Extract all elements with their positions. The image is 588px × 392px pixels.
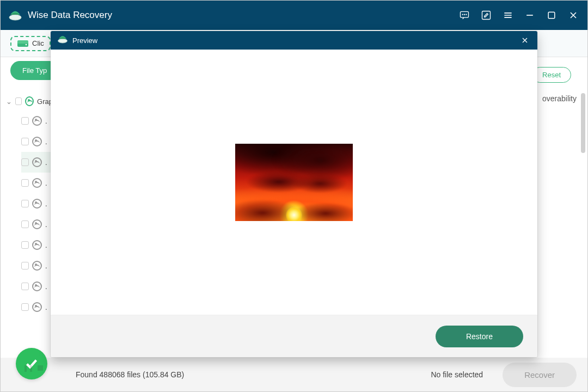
image-type-icon xyxy=(32,302,42,312)
app-logo-icon xyxy=(8,10,22,21)
restore-button[interactable]: Restore xyxy=(436,326,523,347)
maximize-icon[interactable] xyxy=(545,9,558,22)
tree-child-label: . xyxy=(45,200,47,208)
file-type-label: File Typ xyxy=(22,66,47,75)
edit-icon[interactable] xyxy=(480,9,493,22)
feedback-icon[interactable] xyxy=(458,9,471,22)
menu-icon[interactable] xyxy=(501,9,514,22)
preview-title: Preview xyxy=(72,36,97,45)
titlebar-left: Wise Data Recovery xyxy=(8,10,112,21)
tree-parent-row[interactable]: ⌄ Grap xyxy=(6,92,53,111)
drive-icon xyxy=(17,39,29,48)
column-header-recoverability: overability xyxy=(542,94,577,103)
image-type-icon xyxy=(32,178,42,188)
checkbox[interactable] xyxy=(15,97,22,105)
tree-child-row[interactable]: . xyxy=(21,255,53,276)
tree-child-label: . xyxy=(45,283,47,291)
click-drive-label: Clic xyxy=(32,39,44,47)
image-type-icon xyxy=(32,157,42,167)
svg-rect-6 xyxy=(548,12,555,19)
tree-child-row[interactable]: . xyxy=(21,276,53,297)
svg-point-0 xyxy=(9,15,21,20)
preview-image xyxy=(235,144,353,221)
preview-body xyxy=(51,50,537,315)
restore-label: Restore xyxy=(466,332,493,341)
checkbox[interactable] xyxy=(21,117,29,125)
tree-child-label: . xyxy=(45,179,47,187)
app-title: Wise Data Recovery xyxy=(28,10,112,21)
checkbox[interactable] xyxy=(21,283,29,290)
reset-button[interactable]: Reset xyxy=(532,67,571,83)
svg-point-4 xyxy=(466,14,467,15)
checkbox[interactable] xyxy=(21,179,29,187)
svg-point-2 xyxy=(462,14,463,15)
checkbox[interactable] xyxy=(21,262,29,270)
checkbox[interactable] xyxy=(21,241,29,249)
preview-close-icon[interactable] xyxy=(519,34,531,46)
tree-child-row[interactable]: . xyxy=(21,131,53,152)
tree-child-row[interactable]: . xyxy=(21,173,53,193)
recover-button: Recover xyxy=(503,363,577,387)
image-type-icon xyxy=(32,261,42,271)
image-type-icon xyxy=(25,96,34,106)
click-drive-chip[interactable]: Clic xyxy=(10,36,51,51)
preview-logo-icon xyxy=(57,35,68,46)
svg-rect-8 xyxy=(17,40,28,44)
image-type-icon xyxy=(32,219,42,229)
tree-child-label: . xyxy=(45,262,47,270)
tree-child-label: . xyxy=(45,241,47,249)
found-status: Found 488068 files (105.84 GB) xyxy=(76,370,184,379)
chevron-down-icon[interactable]: ⌄ xyxy=(6,97,12,106)
status-bar: Found 488068 files (105.84 GB) No file s… xyxy=(1,358,587,391)
image-type-icon xyxy=(32,199,42,209)
image-type-icon xyxy=(32,240,42,250)
titlebar: Wise Data Recovery xyxy=(1,1,587,30)
tree-child-label: . xyxy=(45,158,47,167)
checkbox[interactable] xyxy=(21,138,29,145)
checkbox[interactable] xyxy=(21,220,29,228)
preview-modal: Preview Restore xyxy=(51,31,537,357)
checkbox[interactable] xyxy=(21,158,29,166)
image-type-icon xyxy=(32,281,42,291)
image-type-icon xyxy=(32,137,42,146)
tree-child-row[interactable]: . xyxy=(21,235,53,255)
vertical-scrollbar[interactable] xyxy=(581,93,585,153)
svg-point-9 xyxy=(26,44,27,45)
checkbox[interactable] xyxy=(21,200,29,207)
tree-child-row[interactable]: . xyxy=(21,152,53,173)
tree-child-row[interactable]: . xyxy=(21,193,53,214)
complete-check-icon xyxy=(16,348,47,379)
svg-point-10 xyxy=(58,39,68,43)
reset-label: Reset xyxy=(542,71,561,79)
file-tree: ⌄ Grap . . . . . . . . . . xyxy=(6,92,53,317)
tree-child-row[interactable]: . xyxy=(21,111,53,131)
pause-stop-controls xyxy=(24,365,43,372)
tree-child-label: . xyxy=(45,220,47,229)
minimize-icon[interactable] xyxy=(523,9,536,22)
tree-child-label: . xyxy=(45,303,47,311)
preview-footer: Restore xyxy=(51,315,537,357)
titlebar-controls xyxy=(458,9,580,22)
tree-children: . . . . . . . . . . xyxy=(21,111,53,317)
checkbox[interactable] xyxy=(21,303,29,311)
preview-modal-header: Preview xyxy=(51,31,537,50)
recover-label: Recover xyxy=(524,370,555,379)
svg-point-3 xyxy=(464,14,465,15)
svg-rect-5 xyxy=(482,11,491,20)
tree-child-label: . xyxy=(45,138,47,146)
close-icon[interactable] xyxy=(567,9,580,22)
image-type-icon xyxy=(32,116,42,126)
tree-child-row[interactable]: . xyxy=(21,214,53,235)
tree-child-row[interactable]: . xyxy=(21,297,53,317)
tree-child-label: . xyxy=(45,117,47,125)
app-window: Wise Data Recovery Clic File Typ Reset o… xyxy=(0,0,588,392)
no-file-selected: No file selected xyxy=(431,370,483,379)
